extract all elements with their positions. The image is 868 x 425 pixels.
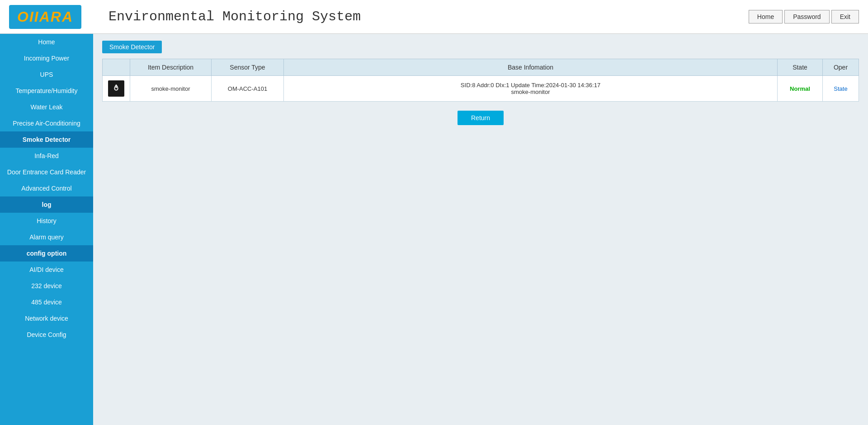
return-button-wrap: Return	[102, 111, 859, 125]
col-header-oper: Oper	[823, 59, 859, 76]
base-info-line2: smoke-monitor	[289, 89, 772, 95]
col-header-sensor-type: Sensor Type	[212, 59, 284, 76]
sidebar-item-temperature-humidity[interactable]: Temperature/Humidity	[0, 83, 93, 99]
base-info-line1: SID:8 Addr:0 DIx:1 Update Time:2024-01-3…	[289, 82, 772, 89]
table-row: smoke-monitor OM-ACC-A101 SID:8 Addr:0 D…	[103, 76, 859, 102]
logo: OIIARA	[9, 5, 81, 29]
sidebar-item-device-config[interactable]: Device Config	[0, 327, 93, 343]
sidebar-item-history[interactable]: History	[0, 213, 93, 229]
sidebar-item-ups[interactable]: UPS	[0, 66, 93, 83]
sidebar-item-485-device[interactable]: 485 device	[0, 294, 93, 310]
sidebar-item-door-entrance[interactable]: Door Entrance Card Reader	[0, 164, 93, 180]
row-state: Normal	[778, 76, 823, 102]
row-icon-cell	[103, 76, 130, 102]
fire-icon	[108, 80, 124, 97]
sidebar-item-ai-di-device[interactable]: AI/DI device	[0, 262, 93, 278]
sidebar-item-smoke-detector[interactable]: Smoke Detector	[0, 131, 93, 148]
sidebar-item-log[interactable]: log	[0, 196, 93, 213]
sidebar-item-precise-air[interactable]: Precise Air-Conditioning	[0, 115, 93, 131]
state-value: Normal	[790, 85, 810, 92]
col-header-item-description: Item Description	[130, 59, 212, 76]
return-button[interactable]: Return	[458, 111, 504, 125]
row-sensor-type: OM-ACC-A101	[212, 76, 284, 102]
page-main-title: Environmental Monitoring System	[108, 9, 361, 24]
row-base-info: SID:8 Addr:0 DIx:1 Update Time:2024-01-3…	[284, 76, 778, 102]
page-badge: Smoke Detector	[102, 41, 162, 53]
sidebar-item-advanced-control[interactable]: Advanced Control	[0, 180, 93, 196]
col-header-icon	[103, 59, 130, 76]
sidebar-item-232-device[interactable]: 232 device	[0, 278, 93, 294]
sidebar-item-home[interactable]: Home	[0, 34, 93, 50]
sidebar-item-incoming-power[interactable]: Incoming Power	[0, 50, 93, 66]
password-button[interactable]: Password	[784, 10, 829, 23]
sidebar-item-water-leak[interactable]: Water Leak	[0, 99, 93, 115]
header: OIIARA Environmental Monitoring System H…	[0, 0, 868, 34]
sidebar-item-infa-red[interactable]: Infa-Red	[0, 148, 93, 164]
oper-link[interactable]: State	[834, 85, 847, 92]
row-item-description: smoke-monitor	[130, 76, 212, 102]
sidebar-item-config-option[interactable]: config option	[0, 245, 93, 262]
row-oper[interactable]: State	[823, 76, 859, 102]
sidebar-item-network-device[interactable]: Network device	[0, 310, 93, 327]
sidebar: Home Incoming Power UPS Temperature/Humi…	[0, 34, 93, 425]
main-layout: Home Incoming Power UPS Temperature/Humi…	[0, 34, 868, 425]
exit-button[interactable]: Exit	[831, 10, 859, 23]
header-buttons: Home Password Exit	[749, 10, 859, 23]
home-button[interactable]: Home	[749, 10, 783, 23]
logo-text: OIIARA	[17, 9, 73, 25]
smoke-detector-table: Item Description Sensor Type Base Infoma…	[102, 59, 859, 102]
col-header-base-info: Base Infomation	[284, 59, 778, 76]
col-header-state: State	[778, 59, 823, 76]
sidebar-item-alarm-query[interactable]: Alarm query	[0, 229, 93, 245]
content-area: Smoke Detector Item Description Sensor T…	[93, 34, 868, 425]
